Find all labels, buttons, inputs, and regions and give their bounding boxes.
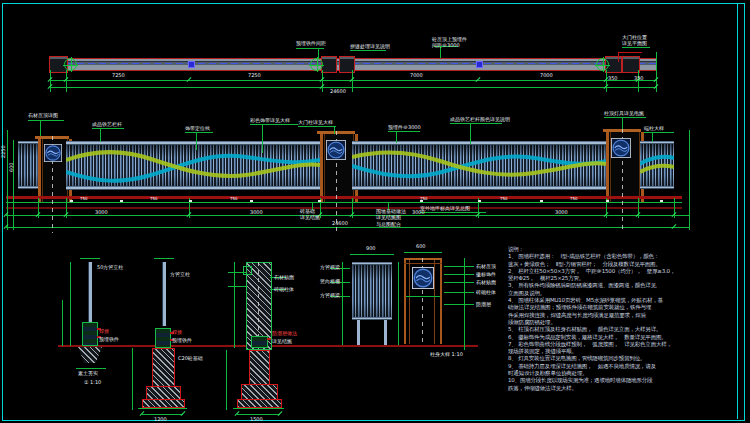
annotation-label: 750	[80, 196, 88, 201]
annotation-label: 350	[608, 75, 618, 81]
detail-base-line	[138, 408, 187, 409]
leader-line	[185, 132, 213, 133]
detail-dim-line	[342, 262, 343, 345]
dim-dot	[70, 200, 73, 202]
wave-decoration	[352, 142, 606, 188]
annotation-label: 750	[230, 196, 238, 201]
note-line: 2、 栏杆立柱50×50×3方管， 中距＠1500（均分）， 壁厚≥3.0，	[508, 268, 746, 275]
leader-line	[470, 124, 471, 144]
detail2-post-bar	[162, 262, 166, 326]
fence-bottom-rail	[18, 186, 38, 189]
annotation-label: 600	[416, 243, 426, 249]
detail-dim-line	[406, 296, 440, 297]
annotation-label: 防潮层	[476, 301, 491, 307]
note-line: 件采用焊接连接，焊缝高度与长度均须满足规范要求，焊后	[508, 312, 746, 319]
wave-decoration	[640, 146, 674, 182]
annotation-label: 大门柱详见大样	[298, 119, 333, 125]
leader-line	[350, 50, 386, 51]
red-leader-line	[618, 52, 642, 53]
annotation-label: 柱顶灯具详见电施	[604, 110, 644, 116]
annotation-label: ① 1:10	[84, 379, 101, 385]
leader-line	[622, 47, 650, 48]
note-line: 时通知设计及勘察单位协商处理。	[508, 370, 746, 377]
annotation-label: 徽标饰件	[476, 271, 496, 277]
dim-dot	[189, 200, 192, 202]
notes-panel: 说明：1、 围墙栏杆选用： Ⅰ型-成品铁艺栏杆（含彩色饰带），颜色：蓝灰＋黄绿双…	[508, 246, 746, 392]
annotation-label: 拼缝处理详见说明	[350, 43, 390, 49]
note-line: 6、 徽标饰件为成品定制安装，规格详见大样， 数量详见平面图。	[508, 334, 746, 341]
detail-base-line	[233, 408, 284, 409]
annotation-label: 饰带定位线	[185, 125, 210, 131]
annotation-label: 750	[420, 196, 428, 201]
leader-line	[40, 121, 41, 136]
detail3-dampproof-course	[251, 336, 268, 348]
annotation-label: 素土夯实	[78, 370, 98, 376]
detail4-leg	[384, 320, 387, 345]
annotation-label: 750	[570, 196, 578, 201]
annotation-label: C20砼基础	[178, 355, 203, 361]
annotation-label: 750	[150, 196, 158, 201]
detail5-cap	[404, 258, 442, 260]
post-emblem	[326, 140, 346, 160]
plan-dim-line-2	[50, 87, 656, 88]
detail3-corner-box	[243, 266, 252, 275]
detail5-frame	[409, 258, 410, 344]
note-line: 须做防腐防锈处理。	[508, 319, 746, 326]
detail2-footing-column	[152, 348, 175, 388]
detail-dim-line	[132, 348, 133, 410]
post-emblem	[611, 138, 631, 158]
annotation-label: 3000	[555, 209, 568, 215]
annotation-label: 砼压顶上预埋件 间距＠3000	[432, 36, 467, 49]
extension-line	[322, 70, 323, 92]
detail-dim-line	[404, 252, 442, 253]
annotation-label: 石材压顶详图	[28, 112, 58, 118]
leader-line	[318, 49, 319, 58]
detail-dim-line	[70, 262, 71, 346]
extension-line	[50, 70, 51, 92]
detail-dim-line	[76, 368, 106, 369]
annotation-label: 预埋铁件间距	[296, 40, 326, 46]
extension-line	[606, 70, 607, 92]
detail4-bars	[352, 265, 392, 317]
extension-line	[689, 130, 690, 230]
plan-wall-band	[66, 58, 656, 71]
detail5-cap	[404, 263, 442, 264]
annotation-label: 竖向格栅	[320, 278, 340, 284]
post-symbol-circle	[596, 58, 609, 71]
leader-line	[154, 258, 174, 259]
red-leader-line	[618, 52, 619, 62]
annotation-label: 成品铁艺栏杆颜色详见说明	[450, 116, 510, 122]
leader-line	[450, 123, 502, 124]
leader-line	[334, 127, 335, 134]
elevation-dim-chain	[6, 215, 690, 216]
annotation-label: 砖砌柱体	[476, 289, 496, 295]
detail5-frame	[404, 258, 406, 344]
annotation-label: 大门柱位置 详见平面图	[622, 34, 647, 47]
annotation-label: 方管横梁	[320, 292, 340, 298]
fence-panel-bars	[18, 144, 38, 186]
plan-dim-line-1	[50, 80, 656, 81]
annotation-label: 室外地坪标高详见总图	[420, 205, 470, 211]
annotation-label: 24600	[332, 220, 348, 226]
annotation-label: 预埋件＠3000	[388, 124, 421, 130]
annotation-label: 石材压顶	[476, 263, 496, 269]
note-line: 立面图及说明。	[508, 290, 746, 297]
dim-dot	[660, 200, 663, 202]
extension-line	[7, 130, 8, 230]
post-emblem	[44, 144, 62, 162]
extension-line	[66, 70, 67, 92]
leader-line	[444, 266, 474, 267]
detail-dim-line	[398, 262, 399, 345]
note-line: 现场拼装固定，接缝须平顺。	[508, 348, 746, 355]
detail4-leg	[357, 320, 360, 345]
leader-line	[644, 132, 674, 133]
annotation-label: 焊接	[172, 329, 182, 335]
leader-line	[388, 131, 420, 132]
detail-dim-line	[142, 414, 183, 415]
note-line: 竖杆Φ25， 横杆25×25方管。	[508, 275, 746, 282]
note-line: 蓝灰＋黄绿双色； Ⅱ型-方钢管栏杆； 分段及模数详见平面图。	[508, 261, 746, 268]
extension-line	[352, 70, 353, 92]
note-line: 跌落，伸缩缝做法详见大样。	[508, 385, 746, 392]
annotation-label: 石材贴面	[476, 279, 496, 285]
wave-decoration	[66, 142, 320, 188]
